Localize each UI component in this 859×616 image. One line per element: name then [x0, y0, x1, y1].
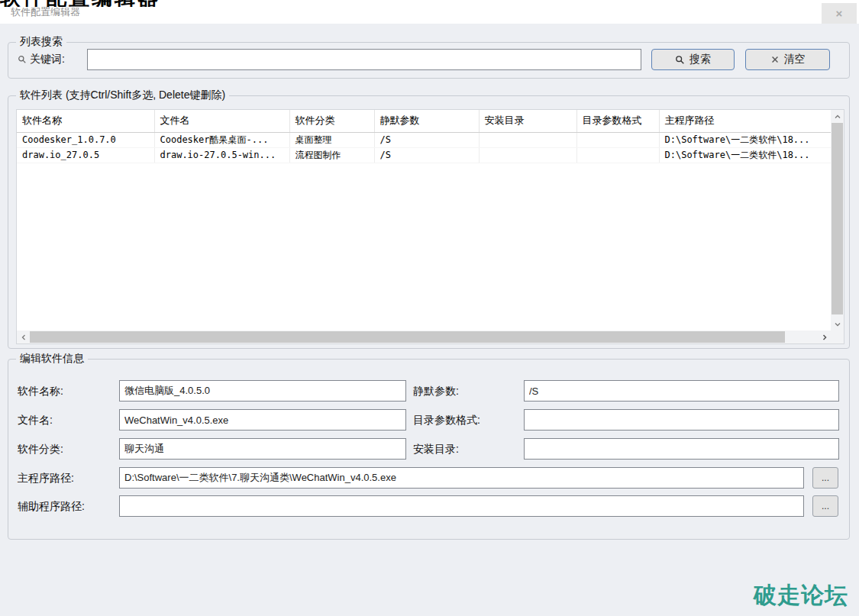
chevron-up-icon — [834, 113, 841, 121]
search-group: 列表搜索 关键词: 搜索 清空 — [8, 42, 850, 79]
cell-category: 桌面整理 — [289, 132, 374, 147]
cell-category: 流程图制作 — [289, 147, 374, 163]
col-header-path: 主程序路径 — [659, 110, 831, 132]
watermark: 破走论坛 — [754, 580, 848, 611]
close-button[interactable]: × — [822, 3, 857, 24]
dir-format-input[interactable] — [524, 409, 839, 431]
file-name-input[interactable] — [119, 409, 406, 431]
dir-format-label: 目录参数格式: — [413, 414, 480, 427]
close-icon: × — [836, 8, 843, 19]
software-list-label: 软件列表 (支持Ctrl/Shift多选, Delete键删除) — [16, 89, 229, 102]
col-header-file: 文件名 — [154, 110, 289, 132]
vertical-scrollbar[interactable] — [831, 110, 844, 331]
clear-search-button[interactable]: 清空 — [745, 49, 830, 70]
software-name-input[interactable] — [119, 380, 406, 402]
col-header-install-dir: 安装目录 — [479, 110, 576, 132]
keyword-input[interactable] — [87, 49, 641, 70]
cell-path: D:\Software\一二类软件\18... — [659, 132, 831, 147]
chevron-right-icon — [821, 334, 828, 341]
scroll-left-button[interactable] — [17, 331, 30, 343]
cell-dir-format — [576, 147, 659, 163]
col-header-name: 软件名称 — [17, 110, 154, 132]
cell-install-dir — [479, 147, 576, 163]
install-dir-input[interactable] — [524, 438, 839, 460]
main-path-label: 主程序路径: — [18, 472, 74, 485]
col-header-silent: 静默参数 — [374, 110, 479, 132]
cell-silent: /S — [374, 132, 479, 147]
cell-name: Coodesker_1.0.7.0 — [17, 132, 154, 147]
cell-silent: /S — [374, 147, 479, 163]
search-group-label: 列表搜索 — [16, 35, 66, 49]
cell-path: D:\Software\一二类软件\18... — [659, 147, 831, 163]
main-path-input[interactable] — [119, 467, 804, 489]
draw.io_27.0.5[interactable]: draw.io_27.0.5 draw.io-27.0.5-win... 流程图… — [17, 147, 831, 163]
search-button[interactable]: 搜索 — [651, 49, 735, 70]
scroll-right-button[interactable] — [818, 331, 831, 343]
cell-file: draw.io-27.0.5-win... — [154, 147, 289, 163]
cell-file: Coodesker酷呆桌面-... — [154, 132, 289, 147]
chevron-left-icon — [20, 334, 27, 341]
aux-path-browse-button[interactable]: ... — [812, 495, 838, 517]
file-name-label: 文件名: — [18, 414, 53, 427]
cell-install-dir — [479, 132, 576, 147]
col-header-dir-format: 目录参数格式 — [576, 110, 659, 132]
search-button-icon — [675, 55, 685, 65]
scroll-down-button[interactable] — [831, 318, 844, 331]
cell-name: draw.io_27.0.5 — [17, 147, 154, 163]
aux-path-label: 辅助程序路径: — [18, 500, 85, 514]
cell-dir-format — [576, 132, 659, 147]
col-header-category: 软件分类 — [289, 110, 374, 132]
silent-params-input[interactable] — [524, 380, 839, 402]
action-bar — [0, 553, 859, 576]
install-dir-label: 安装目录: — [413, 443, 459, 456]
category-label: 软件分类: — [18, 443, 63, 456]
aux-path-input[interactable] — [119, 495, 804, 517]
category-input[interactable] — [119, 438, 406, 460]
scroll-up-button[interactable] — [831, 110, 844, 123]
search-icon — [18, 55, 27, 64]
clear-icon — [770, 55, 780, 64]
edit-info-group: 编辑软件信息 软件名称: 文件名: 软件分类: 静默参数: 目录参数格式: 安装… — [8, 359, 850, 540]
vertical-scroll-thumb[interactable] — [832, 123, 843, 314]
horizontal-scroll-thumb[interactable] — [30, 331, 785, 343]
edit-info-label: 编辑软件信息 — [16, 352, 88, 366]
software-config-editor-window: 软件配置编辑器 × 软件配置编辑器 列表搜索 关键词: 搜索 清空 — [0, 0, 859, 616]
cropped-heading: 软件配置编辑器 — [0, 0, 200, 7]
keyword-label: 关键词: — [18, 53, 65, 66]
table-header: 软件名称 文件名 软件分类 静默参数 安装目录 目录参数格式 主程序路径 — [17, 110, 831, 132]
chevron-down-icon — [834, 321, 841, 328]
main-path-browse-button[interactable]: ... — [812, 467, 838, 489]
silent-params-label: 静默参数: — [413, 385, 459, 398]
Coodesker_1.0.7.0[interactable]: Coodesker_1.0.7.0 Coodesker酷呆桌面-... 桌面整理… — [17, 132, 831, 147]
software-name-label: 软件名称: — [18, 385, 63, 398]
software-list-group: 软件列表 (支持Ctrl/Shift多选, Delete键删除) 软件名称 文件… — [8, 95, 850, 349]
software-table: 软件名称 文件名 软件分类 静默参数 安装目录 目录参数格式 主程序路径 Coo… — [16, 109, 844, 344]
scrollbar-corner — [831, 331, 844, 343]
horizontal-scrollbar[interactable] — [17, 331, 831, 343]
